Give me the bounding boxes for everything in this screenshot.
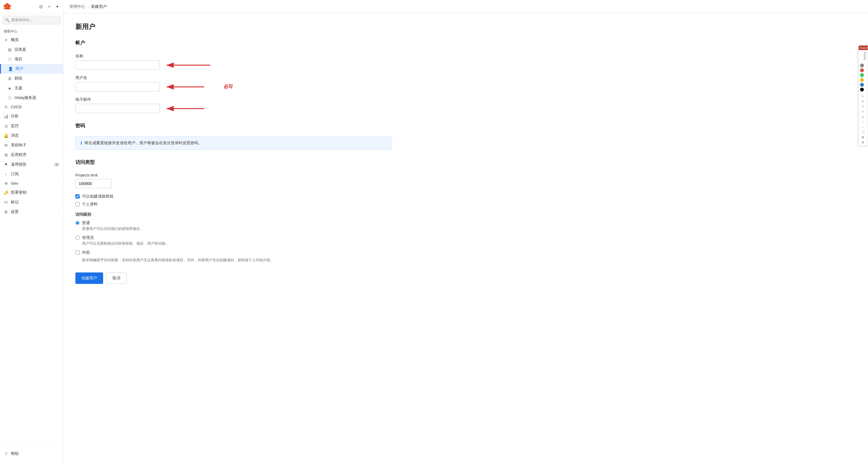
radio-regular-desc: 普通用户可以访问他们的群组和项目。 [75, 226, 856, 232]
color-gray[interactable] [860, 63, 864, 68]
tool-arrow-left[interactable]: ← [859, 120, 867, 124]
sidebar-item-geo[interactable]: ⊕ Geo › [0, 179, 63, 188]
tool-text[interactable]: T [859, 104, 867, 109]
tool-settings[interactable]: ⚙ [859, 140, 867, 145]
color-red[interactable] [860, 68, 864, 72]
password-info-text: 将生成重置链接并发送给用户。用户将被迫在首次登录时设置密码。 [85, 140, 202, 146]
external-checkbox[interactable] [75, 250, 80, 255]
sidebar-item-label: 消息 [11, 133, 19, 138]
geo-icon: ⊕ [4, 181, 8, 186]
sidebar-item-monitor[interactable]: ◎ 监控 › [0, 121, 63, 131]
projects-limit-group: Projects limit [75, 173, 256, 188]
private-profile-label[interactable]: 个人资料 [82, 202, 98, 207]
sidebar-toggle-button[interactable]: ⊟ [38, 3, 44, 10]
sidebar-item-applications[interactable]: ⊞ 应用程序 [0, 150, 63, 160]
new-item-button[interactable]: ＋ [46, 3, 52, 10]
sidebar-item-analytics[interactable]: 📊 分析 › [0, 111, 63, 121]
search-bar[interactable]: 🔍 搜索或转到... [2, 16, 61, 25]
tool-file[interactable]: 📄 [859, 130, 867, 134]
sidebar-item-messages[interactable]: 🔔 消息 [0, 131, 63, 140]
sidebar-item-abuse[interactable]: ⚑ 滥用报告 0 [0, 160, 63, 169]
private-profile-checkbox-row: 个人资料 [75, 202, 856, 207]
create-group-checkbox[interactable] [75, 194, 80, 198]
access-section: 访问类型 Projects limit 可以创建顶级群组 个人资料 访问级别 普… [75, 159, 856, 263]
sidebar-item-users[interactable]: 👤 用户 [0, 64, 63, 73]
cancel-button[interactable]: 取消 [106, 272, 127, 284]
sidebar-item-help[interactable]: ? 帮助 [0, 449, 63, 459]
private-profile-checkbox[interactable] [75, 202, 80, 206]
abuse-badge: 0 [54, 163, 59, 166]
sidebar-item-webhooks[interactable]: ⚙ 系统钩子 [0, 140, 63, 150]
abuse-icon: ⚑ [4, 162, 8, 167]
tool-grid[interactable]: ⊞ [859, 135, 867, 140]
name-input[interactable] [75, 60, 160, 70]
sidebar-item-overview[interactable]: ≡ 概览 › [0, 35, 63, 45]
sidebar-item-groups[interactable]: ⊞ 群组 [0, 73, 63, 83]
monitor-icon: ◎ [4, 124, 8, 128]
tool-rect[interactable]: ▭ [859, 114, 867, 119]
external-label[interactable]: 外部 [82, 250, 90, 255]
sidebar-item-dashboard[interactable]: ▤ 仪表盘 [0, 45, 63, 54]
password-info-box: ℹ 将生成重置链接并发送给用户。用户将被迫在首次登录时设置密码。 [75, 136, 392, 150]
gitaly-icon: ⬡ [7, 96, 12, 100]
sidebar-item-label: 订阅 [11, 172, 19, 177]
projects-limit-label: Projects limit [75, 173, 256, 177]
chevron-down-icon: › [59, 38, 59, 42]
projects-limit-input[interactable] [75, 179, 112, 188]
radio-regular[interactable] [75, 221, 80, 225]
breadcrumb-parent[interactable]: 管理中心 [69, 4, 85, 9]
sidebar-item-label: 概览 [11, 37, 19, 42]
applications-icon: ⊞ [4, 153, 8, 157]
email-arrow-annotation [163, 104, 206, 113]
chevron-right-icon: › [59, 210, 59, 214]
sidebar-item-settings[interactable]: ⚙ 设置 › [0, 207, 63, 217]
sidebar-item-label: 标记 [11, 199, 19, 205]
create-group-label[interactable]: 可以创建顶级群组 [82, 194, 114, 199]
radio-regular-label[interactable]: 普通 [82, 220, 90, 226]
email-input[interactable] [75, 104, 160, 113]
radio-admin[interactable] [75, 236, 80, 240]
messages-icon: 🔔 [4, 133, 8, 138]
sidebar-item-label: 设置 [11, 209, 19, 215]
sidebar-item-label: Gitaly服务器 [14, 95, 36, 100]
password-section: 密码 ℹ 将生成重置链接并发送给用户。用户将被迫在首次登录时设置密码。 [75, 123, 856, 150]
sidebar-item-subscriptions[interactable]: ○ 订阅 [0, 169, 63, 179]
fertu-label: Fertu [859, 50, 868, 62]
sidebar-item-gitaly[interactable]: ⬡ Gitaly服务器 [0, 93, 63, 102]
users-icon: 👤 [8, 67, 13, 71]
fertu-close-button[interactable]: × [866, 46, 868, 50]
sidebar-item-label: 分析 [11, 114, 19, 119]
tool-pen[interactable]: ✏ [859, 99, 867, 104]
deploy-keys-icon: 🔑 [4, 190, 8, 195]
chevron-right-icon: › [59, 124, 59, 128]
tool-check[interactable]: ✓ [859, 109, 867, 114]
tool-arrow-right[interactable]: → [859, 125, 867, 129]
app-logo [3, 2, 11, 11]
color-yellow[interactable] [860, 78, 864, 82]
fertu-panel: Fertu × Fertu ↖ ✏ T ✓ ▭ ← → 📄 ⊞ ⚙ [858, 45, 868, 146]
color-green[interactable] [860, 73, 864, 77]
sidebar-item-projects[interactable]: ⬡ 项目 [0, 54, 63, 64]
topics-icon: ◈ [7, 86, 12, 91]
fox-logo-icon [3, 2, 11, 11]
sidebar-item-cicd[interactable]: ↻ CI/CD › [0, 102, 63, 111]
create-user-button[interactable]: 创建用户 [75, 272, 103, 284]
create-group-checkbox-row: 可以创建顶级群组 [75, 194, 856, 199]
username-input[interactable] [75, 82, 160, 91]
cicd-icon: ↻ [4, 105, 8, 109]
account-section: 帐户 名称 用户名 [75, 40, 856, 113]
color-black[interactable] [860, 88, 864, 92]
sidebar-item-labels[interactable]: 🏷 标记 [0, 197, 63, 207]
tool-cursor[interactable]: ↖ [859, 94, 867, 99]
activity-button[interactable]: ✦ [55, 3, 60, 10]
color-blue[interactable] [860, 83, 864, 87]
radio-admin-label[interactable]: 管理员 [82, 235, 94, 241]
sidebar-item-deploy-keys[interactable]: 🔑 部署密钥 [0, 188, 63, 197]
radio-option-admin: 管理员 用户可以无限制地访问所有群组、项目、用户和功能。 [75, 235, 856, 246]
sidebar: ⊟ ＋ ✦ 🔍 搜索或转到... 管理中心 ≡ 概览 › ▤ 仪表盘 ⬡ 项目 … [0, 0, 63, 461]
access-level-title: 访问级别 [75, 212, 856, 217]
name-label: 名称 [75, 53, 256, 59]
webhooks-icon: ⚙ [4, 143, 8, 148]
sidebar-header: ⊟ ＋ ✦ [0, 0, 63, 13]
sidebar-item-topics[interactable]: ◈ 主题 [0, 83, 63, 93]
